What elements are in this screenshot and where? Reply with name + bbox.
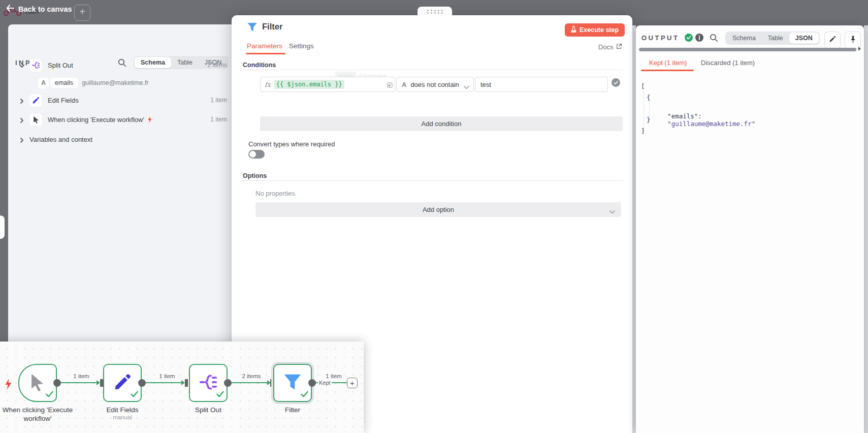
input-endpoint xyxy=(185,379,188,387)
expand-expression-icon[interactable] xyxy=(387,81,393,90)
drag-dots-icon xyxy=(426,9,443,14)
pencil-icon xyxy=(113,373,132,393)
json-value[interactable]: "guillaume@maketime.fr" xyxy=(667,120,755,128)
docs-label: Docs xyxy=(598,43,614,51)
tab-settings[interactable]: Settings xyxy=(289,42,314,50)
node-split-out[interactable] xyxy=(189,364,228,402)
add-node-button[interactable]: + xyxy=(347,378,358,388)
condition-right-value: test xyxy=(480,81,491,88)
connection-arrow xyxy=(97,380,100,385)
tab-discarded[interactable]: Discarded (1 item) xyxy=(701,59,755,67)
input-row-variables[interactable]: Variables and context xyxy=(8,132,236,147)
convert-types-toggle[interactable] xyxy=(248,150,265,159)
edge-items-label: 2 items xyxy=(236,373,267,379)
input-row-emails-field[interactable]: A emails guillaume@maketime.fr xyxy=(8,75,236,90)
field-name-badge[interactable]: emails xyxy=(50,78,78,88)
success-check-icon xyxy=(685,34,693,44)
node-label: Edit Fields xyxy=(103,406,142,414)
chevron-down-icon xyxy=(464,82,469,91)
connection-line[interactable] xyxy=(146,382,182,383)
output-panel-title: OUTPUT xyxy=(641,34,679,42)
node-filter[interactable] xyxy=(273,364,312,402)
operator-value: does not contain xyxy=(410,81,459,88)
pin-icon xyxy=(850,36,856,45)
output-tab-table[interactable]: Table xyxy=(762,33,789,44)
add-condition-button[interactable]: Add condition xyxy=(260,116,623,131)
chevron-right-icon[interactable] xyxy=(19,116,25,122)
tree-node-label: Edit Fields xyxy=(48,97,79,104)
input-row-split-out[interactable]: Split Out 2 items xyxy=(8,57,236,73)
pin-data-button[interactable] xyxy=(845,32,861,49)
json-property: "emails": "guillaume@maketime.fr" xyxy=(652,105,755,135)
input-row-trigger[interactable]: When clicking 'Execute workflow' 1 item xyxy=(8,112,236,127)
node-sublabel: manual xyxy=(103,414,142,420)
funnel-icon xyxy=(283,373,302,393)
node-success-check-icon xyxy=(301,390,308,399)
edit-output-button[interactable] xyxy=(824,32,841,49)
add-condition-label: Add condition xyxy=(422,120,462,128)
split-out-icon xyxy=(199,373,218,394)
section-divider xyxy=(241,180,623,181)
json-bracket-close: ] xyxy=(641,127,645,135)
edge-items-label: 1 item xyxy=(66,373,97,379)
json-brace-close: } xyxy=(647,116,651,123)
output-endpoint[interactable] xyxy=(224,379,232,387)
cursor-icon xyxy=(29,113,42,126)
flask-icon xyxy=(571,26,576,34)
output-endpoint[interactable] xyxy=(308,379,316,387)
ndv-drag-handle[interactable] xyxy=(417,7,452,16)
connection-arrow xyxy=(181,380,185,385)
condition-operator-select[interactable]: A does not contain xyxy=(396,77,474,92)
bolt-icon xyxy=(147,116,152,123)
output-scroll-track[interactable] xyxy=(864,25,868,433)
output-endpoint[interactable] xyxy=(138,379,146,387)
add-button[interactable]: + xyxy=(74,5,90,21)
tree-node-count: 1 item xyxy=(210,97,227,104)
chevron-right-icon[interactable] xyxy=(19,97,25,103)
field-value: guillaume@maketime.fr xyxy=(82,79,148,86)
tab-parameters[interactable]: Parameters xyxy=(247,42,282,50)
connection-line[interactable] xyxy=(232,382,268,383)
connection-line[interactable] xyxy=(61,382,97,383)
node-label: When clicking 'Executeworkflow' xyxy=(0,406,75,423)
tab-kept[interactable]: Kept (1 item) xyxy=(649,59,687,67)
type-string-badge: A xyxy=(38,78,49,88)
docs-link[interactable]: Docs xyxy=(598,43,622,51)
collapsed-panel-handle[interactable] xyxy=(0,215,5,239)
chevron-down-icon[interactable] xyxy=(19,62,25,68)
tree-node-label: Split Out xyxy=(48,61,73,69)
node-label: Split Out xyxy=(189,406,228,414)
json-bracket-open: [ xyxy=(641,82,645,90)
convert-types-label: Convert types where required xyxy=(248,140,335,148)
execute-step-button[interactable]: Execute step xyxy=(565,23,625,37)
output-search-icon[interactable] xyxy=(710,34,718,44)
tree-node-count: 1 item xyxy=(210,116,227,123)
add-option-select[interactable]: Add option xyxy=(255,202,621,217)
condition-right-input[interactable]: test xyxy=(475,77,608,92)
chevron-right-icon[interactable] xyxy=(19,136,25,142)
node-manual-trigger[interactable] xyxy=(18,364,57,402)
pencil-icon xyxy=(829,36,836,45)
tree-node-label: Variables and context xyxy=(29,136,92,143)
cursor-icon xyxy=(28,372,47,394)
node-title[interactable]: Filter xyxy=(262,22,282,32)
input-row-edit-fields[interactable]: Edit Fields 1 item xyxy=(8,92,236,108)
back-to-canvas-button[interactable]: Back to canvas xyxy=(6,5,72,13)
output-tab-json[interactable]: JSON xyxy=(789,33,819,44)
conditions-section-label: Conditions xyxy=(243,61,276,69)
info-icon[interactable] xyxy=(695,34,703,44)
json-brace-open: { xyxy=(647,94,651,101)
node-edit-fields[interactable] xyxy=(103,364,142,402)
json-key: "emails": xyxy=(667,112,702,120)
node-success-check-icon xyxy=(131,390,138,399)
tree-node-label: When clicking 'Execute workflow' xyxy=(48,116,144,123)
output-horizontal-scrollbar[interactable] xyxy=(639,48,856,51)
workflow-canvas[interactable]: When clicking 'Executeworkflow' 1 item E… xyxy=(0,342,364,433)
output-tab-schema[interactable]: Schema xyxy=(726,33,762,44)
active-tab-underline xyxy=(246,53,285,54)
scroll-right-arrow[interactable] xyxy=(858,47,861,51)
output-endpoint[interactable] xyxy=(53,379,61,387)
condition-left-input[interactable]: fx {{ $json.emails }} xyxy=(260,77,395,92)
split-out-icon xyxy=(29,59,42,72)
panel-seam xyxy=(632,25,636,433)
